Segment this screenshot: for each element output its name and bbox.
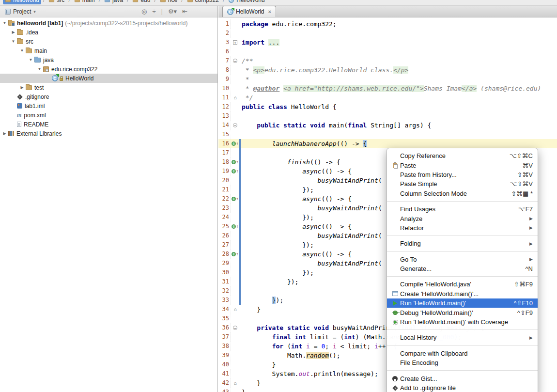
menu-item-go-to[interactable]: Go To▶: [387, 255, 538, 264]
fold-expand-icon[interactable]: +: [233, 40, 237, 45]
vcs-change-bar: [239, 121, 241, 130]
tree-item-label: java: [43, 57, 54, 63]
fold-end-icon[interactable]: ⌂: [233, 381, 236, 386]
tree-item-pom-xml[interactable]: mpom.xml: [0, 110, 217, 120]
lambda-implements-icon[interactable]: I↑: [232, 224, 238, 229]
code-line-13[interactable]: 13: [218, 111, 557, 121]
menu-item-generate-[interactable]: Generate...^N: [387, 264, 538, 273]
lambda-implements-icon[interactable]: I↑: [232, 169, 238, 173]
tree-item-edu-rice-comp322[interactable]: ▼edu.rice.comp322: [0, 64, 217, 74]
menu-item-paste-simple[interactable]: Paste Simple⌥⇧⌘V: [387, 179, 538, 188]
breadcrumb-item-java[interactable]: java: [102, 0, 125, 4]
tree-item--idea[interactable]: ▶.idea: [0, 28, 217, 37]
folder-icon: [160, 0, 166, 2]
code-line-8[interactable]: 8 * <p>edu.rice.comp322.HelloWorld class…: [218, 65, 557, 75]
code-line-12[interactable]: 12public class HelloWorld {: [218, 102, 557, 111]
tree-item-external-libraries[interactable]: ▶External Libraries: [0, 129, 217, 138]
lambda-implements-icon[interactable]: I↑: [232, 160, 238, 164]
menu-item-copy-reference[interactable]: Copy Reference⌥⇧⌘C: [387, 151, 538, 160]
menu-item-compare-with-clipboard[interactable]: Compare with Clipboard: [387, 349, 538, 358]
breadcrumb-label: rice: [168, 0, 177, 3]
menu-item-analyze[interactable]: Analyze▶: [387, 214, 538, 223]
tree-expanded-arrow[interactable]: ▼: [11, 39, 16, 44]
menu-item-file-encoding[interactable]: File Encoding: [387, 358, 538, 367]
tree-item-readme[interactable]: README: [0, 120, 217, 129]
fold-end-icon[interactable]: ⌂: [233, 307, 236, 312]
tree-item-test[interactable]: ▶test: [0, 83, 217, 92]
tree-item-label: helloworld [lab1]: [17, 20, 63, 27]
fold-collapse-icon[interactable]: −: [233, 59, 237, 63]
line-number: 34: [218, 305, 231, 314]
menu-item-local-history[interactable]: Local History▶: [387, 333, 538, 342]
lambda-implements-icon[interactable]: I↑: [232, 252, 238, 256]
code-text: });: [242, 268, 314, 277]
menu-item-find-usages[interactable]: Find Usages⌥F7: [387, 204, 538, 214]
tree-expanded-arrow[interactable]: ▼: [19, 48, 25, 53]
tree-collapsed-arrow[interactable]: ▶: [11, 30, 16, 34]
tree-item-java[interactable]: ▼java: [0, 55, 217, 64]
up-arrow-icon: ↑: [236, 252, 238, 256]
menu-item-run-helloworld-main-with-coverage[interactable]: Run 'HelloWorld.main()' with Coverage: [387, 317, 538, 327]
code-text: System.out.println(message);: [242, 369, 378, 378]
code-line-11[interactable]: 11⌂ */: [218, 93, 557, 102]
menu-item-label: Go To: [400, 256, 523, 263]
breadcrumb-item-helloworld[interactable]: helloworld: [3, 0, 41, 4]
hide-panel-icon[interactable]: ⇤: [182, 8, 187, 15]
fold-end-icon[interactable]: ⌂: [233, 95, 236, 100]
fold-collapse-icon[interactable]: −: [233, 123, 237, 127]
project-folder-icon: [8, 21, 15, 26]
code-line-16[interactable]: 16I↑ launchHabaneroApp(() -> {: [218, 139, 557, 148]
gutter-cell: [231, 369, 239, 378]
menu-item-compile-helloworld-java-[interactable]: Compile 'HelloWorld.java'⇧⌘F9: [387, 280, 538, 289]
tree-item-main[interactable]: ▼main: [0, 46, 217, 55]
tree-expanded-arrow[interactable]: ▼: [37, 67, 42, 71]
menu-item-run-helloworld-main-[interactable]: Run 'HelloWorld.main()'^⇧F10: [387, 298, 538, 308]
vcs-change-bar: [239, 259, 241, 268]
tree-item-lab1-iml[interactable]: lab1.iml: [0, 101, 217, 110]
code-line-3[interactable]: 3+import ...: [218, 38, 557, 47]
menu-group: Folding▶: [387, 235, 538, 251]
tree-collapsed-arrow[interactable]: ▶: [19, 85, 25, 90]
menu-item-paste-from-history-[interactable]: Paste from History...⇧⌘V: [387, 170, 538, 179]
code-line-14[interactable]: 14− public static void main(final String…: [218, 121, 557, 130]
code-line-10[interactable]: 10 * @author <a href="http://shams.web.r…: [218, 84, 557, 93]
code-line-9[interactable]: 9 *: [218, 75, 557, 84]
code-line-6[interactable]: 6: [218, 47, 557, 56]
menu-item-add-to-gitignore-file[interactable]: Add to .gitignore file: [387, 383, 538, 392]
menu-item-create-helloworld-main-[interactable]: Create 'HelloWorld.main()'...: [387, 289, 538, 298]
fold-collapse-icon[interactable]: −: [233, 326, 237, 330]
breadcrumb-item-main[interactable]: main: [72, 0, 97, 4]
line-number: 15: [218, 130, 231, 139]
menu-item-create-gist-[interactable]: Create Gist...: [387, 374, 538, 383]
settings-icon[interactable]: ⚙▾: [168, 8, 177, 15]
code-line-2[interactable]: 2: [218, 29, 557, 38]
menu-item-column-selection-mode[interactable]: Column Selection Mode⇧⌘▦ *: [387, 189, 538, 198]
tree-expanded-arrow[interactable]: ▼: [2, 21, 7, 25]
breadcrumb-item-src[interactable]: src: [46, 0, 66, 4]
close-icon[interactable]: ×: [268, 9, 271, 15]
project-panel-tab[interactable]: Project ▾: [3, 6, 41, 17]
tree-expanded-arrow[interactable]: ▼: [28, 58, 33, 62]
code-line-1[interactable]: 1package edu.rice.comp322;: [218, 19, 557, 29]
menu-item-debug-helloworld-main-[interactable]: Debug 'HelloWorld.main()'^⇧F9: [387, 308, 538, 317]
breadcrumb-label: HelloWorld: [236, 0, 264, 3]
breadcrumb-item-rice[interactable]: rice: [158, 0, 179, 4]
breadcrumb-item-comp322[interactable]: comp322: [185, 0, 221, 4]
tree-item-src[interactable]: ▼src: [0, 37, 217, 46]
menu-item-folding[interactable]: Folding▶: [387, 239, 538, 248]
tree-collapsed-arrow[interactable]: ▶: [2, 131, 7, 136]
breadcrumb-item-HelloWorld[interactable]: CHelloWorld: [226, 0, 266, 4]
tree-item-helloworld[interactable]: CHelloWorld: [0, 74, 217, 83]
editor-tab-helloworld[interactable]: C HelloWorld ×: [222, 6, 276, 17]
locate-icon[interactable]: ◎: [141, 8, 147, 15]
menu-item-paste[interactable]: Paste⌘V: [387, 160, 538, 170]
lambda-implements-icon[interactable]: I↑: [232, 141, 238, 146]
code-line-15[interactable]: 15: [218, 130, 557, 139]
tree-item-helloworld-lab1-[interactable]: ▼helloworld [lab1](~/projects/comp322-s2…: [0, 18, 217, 28]
lambda-implements-icon[interactable]: I↑: [232, 197, 238, 201]
collapse-all-icon[interactable]: ÷: [152, 8, 155, 15]
tree-item--gitignore[interactable]: .gitignore: [0, 92, 217, 101]
breadcrumb-item-edu[interactable]: edu: [130, 0, 152, 4]
menu-item-refactor[interactable]: Refactor▶: [387, 223, 538, 233]
code-line-7[interactable]: 7−/**: [218, 56, 557, 65]
